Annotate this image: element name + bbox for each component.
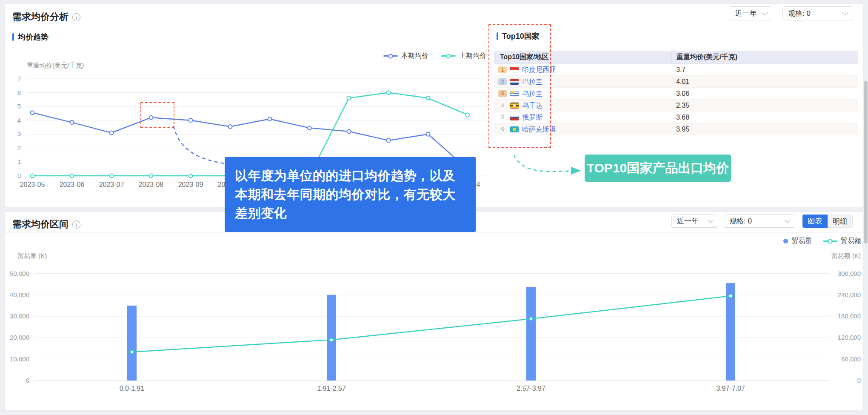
info-icon[interactable]: i [72, 13, 80, 21]
svg-text:2023-09: 2023-09 [178, 181, 203, 188]
annotation-callout: TOP10国家产品出口均价 [585, 155, 731, 182]
svg-text:2023-06: 2023-06 [60, 181, 85, 188]
period-select[interactable]: 近一年 [730, 6, 772, 20]
svg-text:3.97-7.07: 3.97-7.07 [716, 385, 745, 392]
chevron-down-icon [708, 217, 714, 223]
svg-text:4: 4 [17, 117, 21, 124]
svg-text:2023-08: 2023-08 [139, 181, 164, 188]
red-dashed-highlight-point [140, 102, 174, 128]
divider [5, 232, 863, 233]
svg-text:20,000: 20,000 [10, 334, 29, 341]
avg-price-cell: 3.95 [671, 123, 858, 135]
svg-text:40,000: 40,000 [10, 291, 29, 298]
panel2-header: 需求均价区间 i [12, 218, 80, 231]
red-dashed-highlight-top10 [488, 24, 551, 148]
page-title: 需求均价分析 [12, 11, 69, 23]
svg-text:10,000: 10,000 [10, 355, 29, 363]
svg-text:2023-05: 2023-05 [20, 181, 45, 188]
chevron-down-icon [785, 217, 791, 223]
dot-marker-icon [783, 239, 788, 243]
line-marker-icon [383, 55, 398, 57]
svg-text:2: 2 [17, 144, 21, 152]
panel1-header: 需求均价分析 i [12, 11, 80, 23]
svg-text:0: 0 [26, 377, 29, 384]
line-marker-icon [823, 240, 837, 242]
panel-demand-avg-price-range: 需求均价区间 i 近一年 规格: 0 图表 明细 贸易量 贸易额 50,0003… [4, 212, 864, 411]
scrollbar-thumb[interactable] [864, 81, 868, 243]
svg-text:2.57-3.97: 2.57-3.97 [517, 385, 545, 392]
tab-detail-view[interactable]: 明细 [828, 215, 853, 228]
avg-price-cell: 3.06 [671, 88, 858, 99]
spec-select[interactable]: 规格: 0 [782, 6, 853, 20]
period-select-2[interactable]: 近一年 [671, 215, 718, 228]
svg-text:0.0-1.91: 0.0-1.91 [120, 385, 145, 392]
column-header-avg-price: 重量均价(美元/千克) [671, 51, 858, 63]
svg-text:240,000: 240,000 [838, 291, 861, 298]
line-marker-icon [441, 55, 456, 57]
svg-text:重量均价(美元/千克): 重量均价(美元/千克) [27, 62, 84, 69]
section-avg-price-trend: 均价趋势 [12, 32, 49, 42]
panel2-title: 需求均价区间 [12, 218, 69, 231]
svg-text:6: 6 [17, 89, 21, 96]
avg-price-cell: 3.7 [671, 64, 858, 75]
svg-text:5: 5 [17, 103, 21, 110]
svg-text:180,000: 180,000 [838, 312, 861, 320]
svg-text:1.91-2.57: 1.91-2.57 [317, 385, 346, 392]
svg-text:3: 3 [17, 130, 21, 137]
svg-text:0: 0 [17, 172, 21, 179]
spec-select-2[interactable]: 规格: 0 [724, 215, 795, 228]
chevron-down-icon [842, 9, 848, 15]
svg-text:300,000: 300,000 [838, 270, 861, 277]
price-range-bar-line-chart: 50,000300,00040,000240,00030,000180,0002… [5, 250, 864, 399]
chevron-down-icon [762, 9, 768, 15]
legend-trade-volume[interactable]: 贸易量 [783, 237, 812, 246]
legend-trade-amount[interactable]: 贸易额 [823, 237, 861, 246]
svg-text:60,000: 60,000 [841, 355, 861, 363]
tab-chart-view[interactable]: 图表 [802, 215, 828, 228]
chart2-legend: 贸易量 贸易额 [783, 237, 861, 246]
svg-text:0: 0 [857, 377, 861, 384]
avg-price-cell: 4.01 [671, 76, 858, 87]
divider [5, 25, 863, 25]
svg-text:贸易量 (K): 贸易量 (K) [17, 252, 47, 259]
svg-text:贸易额 (K): 贸易额 (K) [831, 252, 861, 259]
svg-text:2023-07: 2023-07 [99, 181, 124, 188]
dashboard: 需求均价分析 i 近一年 规格: 0 均价趋势 本期均价 上期均价 01 [0, 0, 868, 415]
avg-price-cell: 2.35 [671, 100, 858, 111]
section-accent-bar [12, 33, 14, 41]
svg-text:1: 1 [17, 158, 21, 165]
svg-text:120,000: 120,000 [838, 334, 861, 341]
info-icon[interactable]: i [72, 220, 80, 229]
svg-text:30,000: 30,000 [10, 312, 29, 320]
avg-price-cell: 3.68 [671, 112, 858, 123]
annotation-note: 以年度为单位的的进口均价趋势，以及本期和去年同期的均价对比，有无较大差别变化 [225, 157, 476, 232]
svg-text:7: 7 [17, 75, 21, 82]
svg-text:50,000: 50,000 [10, 270, 29, 277]
